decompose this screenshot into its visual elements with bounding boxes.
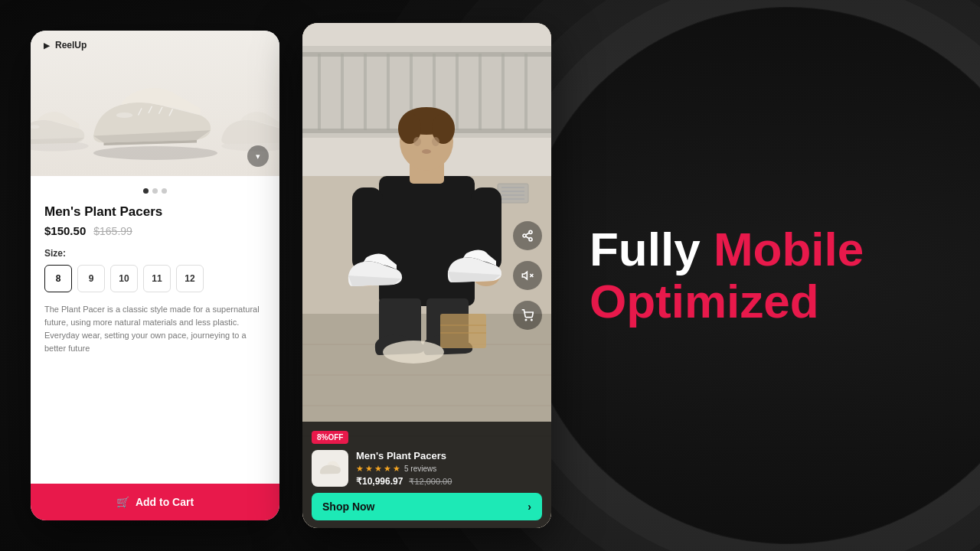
tagline-area: Fully Mobile Optimized [574, 223, 949, 328]
svg-rect-21 [524, 54, 528, 130]
svg-point-55 [529, 238, 532, 241]
video-controls [513, 221, 542, 330]
svg-line-57 [526, 233, 530, 235]
svg-rect-22 [302, 52, 551, 57]
carousel-dots [44, 188, 266, 194]
star-2: ★ [365, 464, 373, 474]
tagline-optimized: Optimized [590, 276, 949, 328]
size-options: 8 9 10 11 12 [44, 265, 266, 292]
svg-rect-34 [379, 176, 475, 306]
main-container: ▶ ReelUp [0, 0, 980, 551]
scroll-down-btn[interactable]: ▾ [247, 145, 269, 167]
logo-bar: ▶ ReelUp [41, 40, 87, 51]
svg-point-2 [93, 146, 217, 160]
size-btn-10[interactable]: 10 [110, 265, 138, 292]
tagline-fully: Fully [590, 223, 701, 276]
product-description: The Plant Pacer is a classic style made … [44, 303, 266, 355]
tagline-line1: Fully Mobile [590, 223, 949, 276]
shop-now-arrow-icon: › [528, 500, 531, 513]
overlay-product-name: Men's Plant Pacers [356, 450, 542, 461]
overlay-price-current: ₹10,996.97 [356, 476, 403, 487]
tagline-mobile: Mobile [714, 223, 864, 276]
star-5: ★ [393, 464, 400, 474]
left-phone-card: ▶ ReelUp [31, 31, 279, 520]
product-overlay: 8%OFF Men's Plant Pacers ★ ★ ★ ★ ★ [302, 422, 551, 528]
shoe-main [87, 69, 224, 168]
logo-play-icon: ▶ [41, 40, 52, 51]
overlay-stars: ★ ★ ★ ★ ★ 5 reviews [356, 464, 542, 474]
svg-rect-20 [501, 54, 505, 130]
mute-btn[interactable] [513, 261, 542, 290]
overlay-price-row: ₹10,996.97 ₹12,000.00 [356, 476, 542, 487]
dot-2[interactable] [152, 188, 158, 194]
star-3: ★ [374, 464, 382, 474]
size-label: Size: [44, 248, 266, 259]
overlay-price-original: ₹12,000.00 [409, 477, 452, 487]
size-btn-8[interactable]: 8 [44, 265, 72, 292]
shop-now-button[interactable]: Shop Now › [312, 493, 542, 520]
svg-rect-18 [456, 54, 459, 130]
svg-point-42 [422, 149, 431, 154]
cart-icon: 🛒 [116, 496, 129, 508]
svg-point-52 [383, 341, 444, 364]
svg-point-41 [432, 137, 439, 146]
dot-3[interactable] [162, 188, 167, 194]
review-count: 5 reviews [404, 465, 436, 473]
overlay-product-row: Men's Plant Pacers ★ ★ ★ ★ ★ 5 reviews ₹… [312, 450, 542, 487]
svg-rect-19 [479, 54, 482, 130]
svg-point-53 [529, 230, 532, 233]
chevron-down-icon: ▾ [256, 152, 260, 161]
svg-rect-13 [341, 54, 344, 130]
svg-line-56 [526, 236, 530, 239]
svg-point-62 [531, 319, 532, 320]
price-row: $150.50 $165.99 [44, 224, 266, 237]
size-btn-9[interactable]: 9 [77, 265, 105, 292]
size-btn-11[interactable]: 11 [143, 265, 171, 292]
product-info: Men's Plant Pacers $150.50 $165.99 Size:… [31, 176, 279, 484]
dot-1[interactable] [143, 188, 149, 194]
svg-rect-14 [364, 54, 367, 130]
add-to-cart-bar[interactable]: 🛒 Add to Cart [31, 484, 279, 520]
svg-point-40 [413, 137, 421, 146]
svg-rect-12 [318, 54, 321, 130]
product-name: Men's Plant Pacers [44, 204, 266, 220]
star-1: ★ [356, 464, 364, 474]
shop-now-label: Shop Now [322, 500, 374, 513]
price-original: $165.99 [93, 225, 132, 237]
cart-btn[interactable] [513, 301, 542, 330]
star-4: ★ [384, 464, 391, 474]
svg-marker-58 [522, 272, 527, 279]
svg-point-7 [116, 112, 132, 118]
svg-rect-49 [440, 314, 486, 348]
overlay-shoe-thumbnail [312, 450, 348, 487]
price-current: $150.50 [44, 224, 86, 237]
discount-badge: 8%OFF [312, 431, 348, 444]
svg-point-54 [523, 234, 526, 237]
svg-rect-15 [387, 54, 390, 130]
share-btn[interactable] [513, 221, 542, 250]
svg-point-61 [525, 319, 526, 320]
size-btn-12[interactable]: 12 [176, 265, 204, 292]
add-to-cart-label: Add to Cart [136, 496, 194, 508]
shoe-left [31, 99, 92, 161]
svg-rect-29 [498, 184, 528, 203]
logo-text: ReelUp [55, 40, 87, 51]
overlay-product-details: Men's Plant Pacers ★ ★ ★ ★ ★ 5 reviews ₹… [356, 450, 542, 487]
right-phone-card: 8%OFF Men's Plant Pacers ★ ★ ★ ★ ★ [302, 23, 551, 528]
product-carousel: ▶ ReelUp [31, 31, 279, 176]
